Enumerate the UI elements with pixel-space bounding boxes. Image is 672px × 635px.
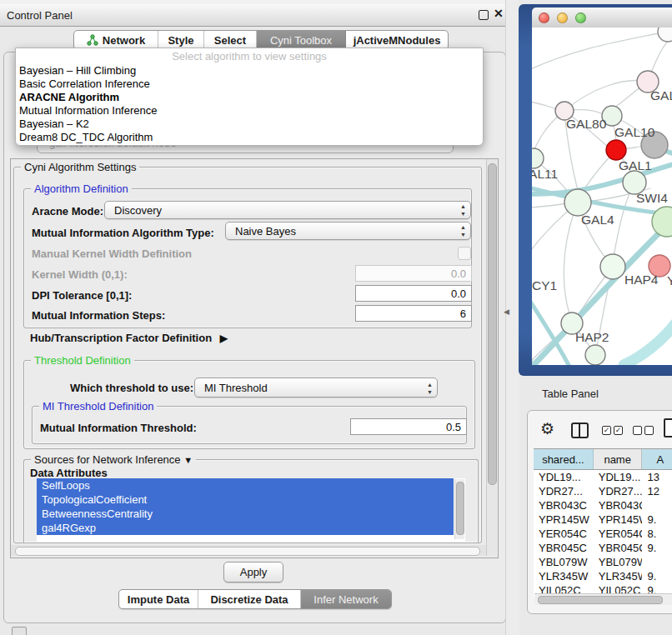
algorithm-dropdown-placeholder: Select algorithm to view settings [16, 48, 483, 64]
network-node-label: GAL10 [614, 125, 655, 139]
table-row[interactable]: YBR045CYBR045C9. [534, 541, 672, 555]
tab-select[interactable]: Select [204, 31, 257, 49]
attribute-list-item[interactable]: SelfLoops [37, 478, 454, 492]
network-edge[interactable] [532, 33, 659, 75]
network-edge[interactable] [564, 202, 578, 314]
attribute-list-item[interactable]: BetweennessCentrality [37, 507, 454, 521]
network-graph: GALGAL80GAL10GAL1GAL11SWI4GAL4GCY1HAP4YH… [532, 28, 672, 365]
table-row[interactable]: YPR145WYPR145W9. [534, 512, 672, 527]
network-edge[interactable] [532, 100, 557, 109]
algorithm-dropdown-list: Bayesian – Hill ClimbingBasic Correlatio… [16, 64, 483, 144]
expand-arrow-icon[interactable]: ▶ [220, 332, 228, 344]
zoom-traffic-light-icon[interactable] [575, 12, 586, 23]
table-row[interactable]: YBL079WYBL079W [534, 555, 672, 569]
deselect-all-checkbox-icon[interactable] [644, 426, 654, 435]
network-canvas[interactable]: GALGAL80GAL10GAL1GAL11SWI4GAL4GCY1HAP4YH… [532, 28, 672, 365]
tab-jactivemnodules[interactable]: jActiveMNodules [346, 31, 448, 49]
settings-horizontal-scrollbar-thumb[interactable] [15, 547, 480, 556]
table-column-header[interactable]: name [594, 449, 643, 469]
export-table-icon[interactable] [664, 418, 672, 438]
tab-style[interactable]: Style [158, 31, 204, 49]
mi-steps-field[interactable]: 6 [355, 305, 472, 322]
which-threshold-combo[interactable]: MI Threshold ▲▼ [194, 378, 438, 398]
table-cell: YDR27... [534, 484, 594, 498]
table-row[interactable]: YDR27...YDR27...12 [534, 484, 672, 498]
network-node-gal1[interactable] [606, 140, 626, 160]
attribute-list-item[interactable]: TopologicalCoefficient [37, 492, 454, 507]
algorithm-option[interactable]: Dream8 DC_TDC Algorithm [16, 131, 483, 144]
algorithm-option[interactable]: Bayesian – K2 [16, 118, 483, 131]
cyni-algorithm-settings-title: Cyni Algorithm Settings [21, 161, 139, 173]
tab-discretize-data[interactable]: Discretize Data [198, 590, 301, 608]
table-cell: YBL079W [534, 555, 594, 569]
table-horizontal-scrollbar-thumb[interactable] [538, 596, 663, 604]
select-all-checkbox-icon[interactable]: ✓ [602, 426, 611, 435]
float-window-icon[interactable] [479, 10, 489, 20]
aracne-mode-combo[interactable]: Discovery ▲▼ [104, 201, 471, 219]
table-row[interactable]: YLR345WYLR345W9. [534, 569, 672, 583]
network-node[interactable] [658, 28, 672, 42]
table-row[interactable]: YER054CYER054C8. [534, 527, 672, 541]
tab-infer-network[interactable]: Infer Network [301, 590, 391, 608]
algorithm-option[interactable]: Basic Correlation Inference [16, 78, 483, 91]
hub-section-toggle[interactable]: Hub/Transcription Factor Definition ▶ [30, 332, 228, 344]
network-icon [87, 34, 98, 46]
table-column-header[interactable]: A [642, 449, 672, 469]
table-cell: YPR145W [534, 512, 594, 527]
select-all-checkbox-icon[interactable]: ✓ [614, 426, 623, 435]
mi-steps-value: 6 [460, 308, 466, 320]
tab-network[interactable]: Network [74, 31, 158, 49]
dpi-tolerance-value: 0.0 [451, 288, 466, 300]
network-edge[interactable] [564, 81, 648, 111]
network-node[interactable] [585, 345, 605, 365]
splitter-collapse-icon[interactable]: ◀ [504, 308, 509, 316]
network-node-label: GAL80 [566, 117, 607, 131]
minimize-traffic-light-icon[interactable] [557, 12, 568, 23]
table-header-row: shared...nameA [534, 448, 672, 470]
dpi-tolerance-field[interactable]: 0.0 [355, 285, 472, 302]
close-traffic-light-icon[interactable] [539, 12, 549, 23]
attributes-scrollbar-thumb[interactable] [456, 482, 464, 535]
apply-button[interactable]: Apply [223, 562, 283, 582]
kernel-width-field[interactable]: 0.0 [355, 265, 472, 282]
sources-title: Sources for Network Inference [34, 453, 181, 466]
close-icon[interactable]: ✕ [494, 7, 504, 20]
table-column-header[interactable]: shared... [534, 449, 594, 469]
table-row[interactable]: YBR043CYBR043C [534, 498, 672, 512]
collapse-arrow-icon[interactable]: ▼ [183, 455, 193, 465]
panel-splitter[interactable] [505, 0, 519, 635]
table-cell: 12 [642, 484, 672, 498]
network-edge[interactable] [532, 203, 566, 208]
columns-icon[interactable] [571, 422, 589, 438]
table-cell: YLR345W [594, 569, 643, 583]
table-cell: YPR145W [594, 512, 643, 527]
bottom-tabs: Impute Data Discretize Data Infer Networ… [118, 589, 392, 609]
network-edge-thick[interactable] [534, 227, 665, 365]
algorithm-option[interactable]: ARACNE Algorithm [16, 91, 483, 104]
table-panel-title: Table Panel [542, 388, 599, 400]
mutual-info-threshold-label: Mutual Information Threshold: [40, 422, 197, 434]
application-window: Control Panel ✕ Network Style Select Cyn… [0, 0, 672, 635]
network-window-titlebar[interactable] [532, 8, 672, 28]
gear-icon[interactable]: ⚙ [540, 419, 554, 438]
algorithm-option[interactable]: Mutual Information Inference [16, 104, 483, 118]
algorithm-option[interactable]: Bayesian – Hill Climbing [16, 64, 483, 78]
table-cell: YBL079W [594, 555, 643, 569]
mi-algorithm-type-combo[interactable]: Naive Bayes ▲▼ [225, 222, 471, 240]
tab-cyni-toolbox[interactable]: Cyni Toolbox [257, 31, 346, 49]
table-cell: YBR045C [534, 541, 594, 555]
apply-button-label: Apply [240, 566, 268, 578]
tab-impute-data[interactable]: Impute Data [119, 590, 198, 608]
data-attributes-list[interactable]: SelfLoopsTopologicalCoefficientBetweenne… [37, 478, 465, 542]
attribute-list-item[interactable]: gal4RGexp [37, 521, 454, 535]
kernel-width-label: Kernel Width (0,1): [32, 268, 128, 281]
mini-panel-icon[interactable] [12, 627, 27, 635]
table-row[interactable]: YDL19...YDL19...13 [534, 470, 672, 484]
settings-vertical-scrollbar-thumb[interactable] [488, 163, 497, 485]
manual-kernel-checkbox[interactable] [458, 247, 471, 260]
mutual-info-threshold-field[interactable]: 0.5 [350, 418, 467, 435]
network-edge-thick[interactable] [624, 322, 672, 365]
deselect-all-checkbox-icon[interactable] [633, 426, 642, 435]
network-node-hap4[interactable] [600, 254, 625, 279]
table-cell: 9. [642, 541, 672, 555]
